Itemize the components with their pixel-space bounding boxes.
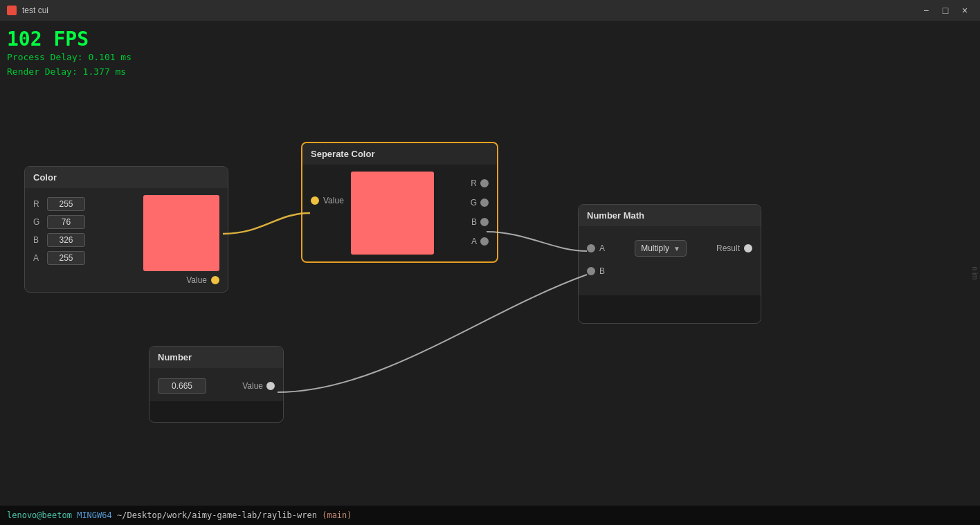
math-node-footer [579,295,761,323]
separate-g-label: G [471,198,477,208]
close-button[interactable]: × [956,3,973,17]
separate-input-label: Value [323,196,344,205]
number-output-label: Value [242,381,263,391]
number-node-body: Value [149,368,283,422]
fps-display: 102 FPS Process Delay: 0.101 ms Render D… [7,28,131,80]
separate-b-port[interactable] [480,218,489,226]
dropdown-arrow-icon: ▼ [673,245,680,252]
color-g-input[interactable] [47,215,85,229]
math-a-row: A Multiply ▼ Result [587,239,752,258]
separate-a-port[interactable] [480,237,489,246]
math-node-title: Number Math [587,210,644,221]
terminal-user: lenovo@beetom [7,510,72,520]
separate-node-title: Seperate Color [311,149,374,159]
color-value-output: Value [33,275,219,285]
window-title: test cui [22,6,48,15]
process-delay: Process Delay: 0.101 ms [7,50,131,65]
math-a-label: A [599,243,605,253]
color-r-input[interactable] [47,197,85,211]
render-delay: Render Delay: 1.377 ms [7,65,131,80]
color-output-label: Value [186,275,207,285]
math-node-body: A Multiply ▼ Result B [579,226,761,323]
math-b-row: B [587,265,752,277]
color-r-row: R [33,197,136,211]
separate-node-header: Seperate Color [302,143,497,165]
math-result-port[interactable] [744,244,752,252]
number-content: Value [158,375,275,397]
color-a-input[interactable] [47,251,85,265]
terminal-bar: lenovo@beetom MINGW64 ~/Desktop/work/aim… [0,506,980,525]
separate-g-row: G [471,198,489,208]
number-node-footer [149,401,283,422]
color-node: Color R G B [24,166,228,293]
color-a-row: A [33,251,136,265]
separate-r-label: R [471,178,477,188]
color-content: R G B A [33,195,219,271]
math-content: A Multiply ▼ Result B [587,233,752,290]
separate-g-port[interactable] [480,199,489,207]
math-b-port[interactable] [587,267,595,275]
number-math-node: Number Math A Multiply ▼ Result [578,204,761,324]
color-node-body: R G B A [25,188,228,292]
color-b-row: B [33,233,136,247]
separate-input-row: Value [311,196,344,205]
terminal-branch: (main) [322,510,352,520]
title-bar-left: test cui [7,6,48,15]
window-controls: − □ × [918,3,973,17]
separate-preview [351,172,434,255]
separate-outputs: R G B A [471,172,489,253]
math-operation-dropdown[interactable]: Multiply ▼ [635,240,687,257]
separate-r-port[interactable] [480,179,489,187]
minimize-button[interactable]: − [918,3,934,17]
app-icon [7,6,17,15]
separate-b-label: B [471,217,477,227]
math-operation-label: Multiply [641,243,669,253]
terminal-content: lenovo@beetom MINGW64 ~/Desktop/work/aim… [7,510,352,520]
color-g-label: G [33,217,43,227]
color-a-label: A [33,253,43,263]
number-node: Number Value [149,346,284,423]
math-b-input-side: B [587,266,605,276]
math-result-label: Result [716,243,740,253]
number-node-header: Number [149,347,283,368]
separate-a-row: A [471,237,489,246]
separate-r-row: R [471,178,489,188]
separate-a-label: A [471,237,477,246]
color-node-title: Color [33,172,57,183]
number-output-row: Value [242,381,275,391]
separate-input-port[interactable] [311,196,319,205]
fps-value: 102 FPS [7,28,131,50]
number-node-title: Number [158,352,192,362]
terminal-path: ~/Desktop/work/aimy-game-lab/raylib-wren [117,510,317,520]
color-r-label: R [33,199,43,209]
color-output-port[interactable] [211,276,219,284]
color-fields: R G B A [33,197,136,269]
color-b-label: B [33,235,43,245]
separate-color-node: Seperate Color Value R [301,142,498,263]
math-node-header: Number Math [579,205,761,226]
color-g-row: G [33,215,136,229]
right-scroll-hint: n im [971,266,979,279]
maximize-button[interactable]: □ [937,3,954,17]
math-a-port[interactable] [587,244,595,252]
color-node-header: Color [25,167,228,188]
title-bar: test cui − □ × [0,0,980,21]
math-a-input-side: A [587,243,605,253]
number-value-input[interactable] [158,378,206,394]
color-preview [143,195,219,271]
math-result-side: Result [716,243,752,253]
number-output-port[interactable] [266,382,275,390]
color-b-input[interactable] [47,233,85,247]
math-b-label: B [599,266,605,276]
terminal-dir: MINGW64 [77,510,112,520]
separate-node-body: Value R G B [302,165,497,261]
separate-b-row: B [471,217,489,227]
node-canvas[interactable]: 102 FPS Process Delay: 0.101 ms Render D… [0,21,980,525]
